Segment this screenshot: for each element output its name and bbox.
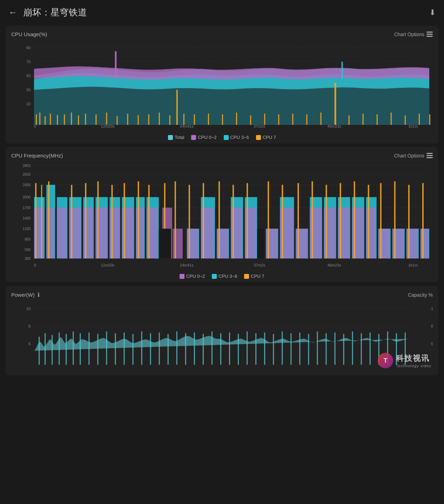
svg-rect-194 xyxy=(168,334,169,365)
svg-rect-154 xyxy=(247,183,248,258)
legend-freq-cpu36: CPU 3~6 xyxy=(212,274,237,279)
svg-rect-44 xyxy=(335,83,336,125)
svg-rect-204 xyxy=(255,333,256,365)
legend-freq-cpu02-label: CPU 0~2 xyxy=(186,274,205,279)
svg-rect-140 xyxy=(48,181,49,258)
cpu-freq-chart-area: 2803 2650 2400 2000 1700 1400 1100 800 5… xyxy=(11,162,433,271)
svg-rect-138 xyxy=(35,183,36,258)
svg-rect-125 xyxy=(245,208,256,258)
svg-rect-28 xyxy=(117,116,118,125)
svg-rect-139 xyxy=(41,185,42,258)
svg-rect-39 xyxy=(236,113,237,125)
watermark: T 科技视讯 Technology video xyxy=(378,353,431,368)
svg-rect-22 xyxy=(64,114,65,125)
svg-rect-118 xyxy=(147,208,158,258)
svg-rect-191 xyxy=(141,331,142,365)
cpu-usage-title: CPU Usage(%) xyxy=(11,31,47,37)
svg-rect-121 xyxy=(187,229,199,258)
svg-rect-132 xyxy=(352,208,364,258)
svg-rect-198 xyxy=(203,334,204,365)
svg-rect-165 xyxy=(408,185,410,258)
svg-rect-192 xyxy=(150,333,151,365)
svg-rect-111 xyxy=(57,208,67,258)
svg-rect-207 xyxy=(282,331,283,365)
page-title: 崩坏：星穹铁道 xyxy=(23,6,87,19)
svg-rect-17 xyxy=(36,114,37,125)
svg-text:10: 10 xyxy=(26,102,31,106)
svg-rect-114 xyxy=(95,208,107,258)
svg-text:80: 80 xyxy=(431,324,433,328)
legend-freq-cpu36-label: CPU 3~6 xyxy=(218,274,237,279)
svg-rect-141 xyxy=(71,185,72,258)
cpu-usage-chart-options-button[interactable]: Chart Options xyxy=(394,32,433,37)
cpu-usage-header: CPU Usage(%) Chart Options xyxy=(11,31,433,37)
cpu-usage-svg: 90 70 50 30 10 0 12m20s 24m41s 37m2s 49m… xyxy=(11,41,433,132)
cpu-freq-card: CPU Frequency(MHz) Chart Options 2803 26… xyxy=(6,147,438,282)
legend-cpu7: CPU 7 xyxy=(256,135,276,140)
capacity-label: Capacity % xyxy=(408,292,433,298)
svg-rect-117 xyxy=(136,208,144,258)
svg-rect-51 xyxy=(405,115,406,125)
svg-rect-189 xyxy=(124,332,125,365)
power-info-icon[interactable]: ℹ xyxy=(38,291,40,298)
svg-rect-130 xyxy=(324,208,335,258)
cpu-freq-legend: CPU 0~2 CPU 3~6 CPU 7 xyxy=(11,274,433,279)
power-title: Power(W) xyxy=(11,292,35,298)
svg-text:10: 10 xyxy=(26,307,31,311)
svg-text:90: 90 xyxy=(26,46,31,50)
svg-rect-43 xyxy=(292,114,293,125)
svg-rect-143 xyxy=(97,181,99,258)
svg-rect-212 xyxy=(325,333,327,365)
legend-cpu02-box xyxy=(191,135,196,140)
svg-rect-199 xyxy=(211,331,213,365)
power-title-group: Power(W) ℹ xyxy=(11,291,40,298)
svg-rect-47 xyxy=(349,115,350,125)
svg-rect-49 xyxy=(377,114,378,125)
svg-rect-208 xyxy=(290,333,291,365)
svg-rect-168 xyxy=(257,229,264,258)
svg-rect-31 xyxy=(148,114,149,125)
svg-text:1400: 1400 xyxy=(23,216,31,220)
cpu-usage-chart-area: 90 70 50 30 10 0 12m20s 24m41s 37m2s 49m… xyxy=(11,41,433,132)
svg-rect-110 xyxy=(46,208,54,258)
svg-rect-159 xyxy=(325,185,327,258)
cpu-usage-legend: Total CPU 0~2 CPU 3~6 CPU 7 xyxy=(11,135,433,140)
svg-rect-209 xyxy=(299,332,300,365)
svg-rect-45 xyxy=(306,114,307,125)
svg-rect-160 xyxy=(340,183,341,258)
svg-rect-48 xyxy=(363,114,364,125)
svg-rect-40 xyxy=(250,115,251,125)
legend-freq-cpu36-box xyxy=(212,274,217,279)
svg-rect-30 xyxy=(138,115,139,125)
svg-rect-55 xyxy=(342,62,343,79)
svg-rect-21 xyxy=(57,115,58,125)
svg-rect-124 xyxy=(231,208,242,258)
svg-rect-200 xyxy=(220,333,221,365)
svg-rect-131 xyxy=(338,208,350,258)
cpu-freq-chart-options-button[interactable]: Chart Options xyxy=(394,153,433,159)
svg-rect-34 xyxy=(183,114,184,125)
download-button[interactable]: ⬇ xyxy=(429,8,436,17)
svg-text:1h1m: 1h1m xyxy=(408,263,418,267)
svg-rect-184 xyxy=(80,333,81,365)
svg-rect-216 xyxy=(361,333,362,365)
svg-rect-128 xyxy=(296,229,307,258)
svg-rect-20 xyxy=(50,114,51,125)
back-button[interactable]: ← xyxy=(8,7,18,18)
legend-cpu36: CPU 3~6 xyxy=(224,135,249,140)
svg-rect-19 xyxy=(45,116,46,125)
svg-rect-193 xyxy=(159,332,160,365)
svg-rect-179 xyxy=(45,333,46,365)
svg-text:2650: 2650 xyxy=(23,173,31,176)
svg-rect-152 xyxy=(218,181,220,258)
svg-rect-190 xyxy=(133,334,134,365)
svg-rect-185 xyxy=(88,332,89,365)
svg-rect-50 xyxy=(391,113,392,125)
svg-rect-135 xyxy=(392,229,404,258)
legend-cpu02: CPU 0~2 xyxy=(191,135,216,140)
svg-rect-186 xyxy=(97,334,98,365)
svg-rect-115 xyxy=(109,208,119,258)
svg-rect-182 xyxy=(66,334,67,365)
svg-rect-142 xyxy=(85,183,86,258)
svg-rect-23 xyxy=(71,113,72,125)
